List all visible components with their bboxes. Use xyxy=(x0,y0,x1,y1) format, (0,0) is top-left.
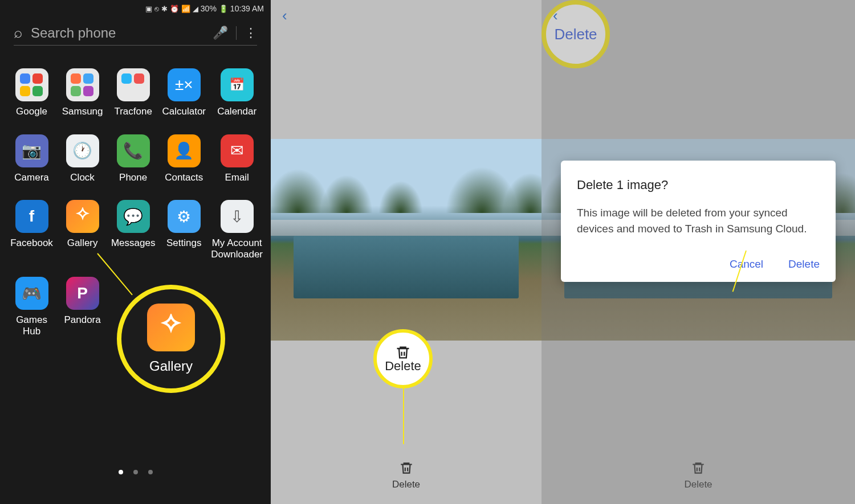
app-messages[interactable]: 💬 Messages xyxy=(109,200,157,260)
bottom-toolbar: Delete xyxy=(271,447,542,504)
delete-dialog-screen: ‹ Delete Delete 1 image? This image will… xyxy=(542,0,855,504)
app-pandora[interactable]: P Pandora xyxy=(59,277,106,337)
highlight-gallery: Gallery xyxy=(117,285,225,393)
app-camera[interactable]: 📷 Camera xyxy=(8,134,55,183)
app-facebook[interactable]: f Facebook xyxy=(8,200,55,260)
app-drawer-screen: ▣ ⎋ ✱ ⏰ 📶 ◢ 30% 🔋 10:39 AM ⌕ 🎤 ⋮ Google … xyxy=(0,0,271,504)
app-tracfone[interactable]: Tracfone xyxy=(109,68,157,117)
gallery-icon xyxy=(147,304,195,351)
app-grid: Google Samsung Tracfone ±× Calculator 📅 … xyxy=(0,46,271,337)
signal-icon: ◢ xyxy=(193,5,198,13)
status-time: 10:39 AM xyxy=(230,4,264,13)
mic-icon[interactable]: 🎤 xyxy=(213,26,228,40)
page-indicator xyxy=(0,470,271,474)
app-samsung[interactable]: Samsung xyxy=(59,68,106,117)
search-input[interactable] xyxy=(31,25,205,41)
app-google[interactable]: Google xyxy=(8,68,55,117)
app-clock[interactable]: 🕐 Clock xyxy=(59,134,106,183)
dialog-body: This image will be deleted from your syn… xyxy=(577,205,820,236)
search-icon: ⌕ xyxy=(14,24,23,42)
alarm-icon: ⏰ xyxy=(170,5,179,13)
trash-icon xyxy=(395,345,411,360)
callout-line xyxy=(403,387,404,444)
battery-percent: 30% xyxy=(201,4,217,13)
app-email[interactable]: ✉ Email xyxy=(211,134,263,183)
trash-icon[interactable] xyxy=(399,461,414,476)
search-bar[interactable]: ⌕ 🎤 ⋮ xyxy=(14,24,257,46)
bluetooth-icon: ✱ xyxy=(161,5,168,13)
dialog-title: Delete 1 image? xyxy=(577,178,820,192)
app-contacts[interactable]: 👤 Contacts xyxy=(160,134,207,183)
app-calendar[interactable]: 📅 Calendar xyxy=(211,68,263,117)
app-phone[interactable]: 📞 Phone xyxy=(109,134,157,183)
more-icon[interactable]: ⋮ xyxy=(245,26,257,40)
photo-landscape[interactable] xyxy=(271,139,542,341)
wifi-icon: 📶 xyxy=(181,5,190,13)
app-games-hub[interactable]: 🎮 Games Hub xyxy=(8,277,55,337)
highlight-delete: Delete xyxy=(373,329,433,388)
battery-icon: 🔋 xyxy=(219,5,228,13)
confirm-delete-button[interactable]: Delete xyxy=(788,258,820,271)
square-icon: ▣ xyxy=(145,5,152,13)
delete-dialog: Delete 1 image? This image will be delet… xyxy=(561,161,836,282)
back-button[interactable]: ‹ xyxy=(553,7,558,24)
page-dot-2[interactable] xyxy=(133,470,138,474)
cancel-button[interactable]: Cancel xyxy=(730,258,763,271)
photo-view-screen: ‹ Delete Delete xyxy=(271,0,542,504)
page-dot-1[interactable] xyxy=(119,470,123,474)
delete-button[interactable]: Delete xyxy=(392,479,420,490)
page-dot-3[interactable] xyxy=(148,470,153,474)
app-gallery[interactable]: Gallery xyxy=(59,200,106,260)
app-calculator[interactable]: ±× Calculator xyxy=(160,68,207,117)
back-button[interactable]: ‹ xyxy=(282,7,287,24)
cast-icon: ⎋ xyxy=(154,5,159,13)
divider xyxy=(236,26,237,40)
status-bar: ▣ ⎋ ✱ ⏰ 📶 ◢ 30% 🔋 10:39 AM xyxy=(0,0,271,17)
app-settings[interactable]: ⚙ Settings xyxy=(160,200,207,260)
app-downloader[interactable]: ⇩ My Account Downloader xyxy=(211,200,263,260)
